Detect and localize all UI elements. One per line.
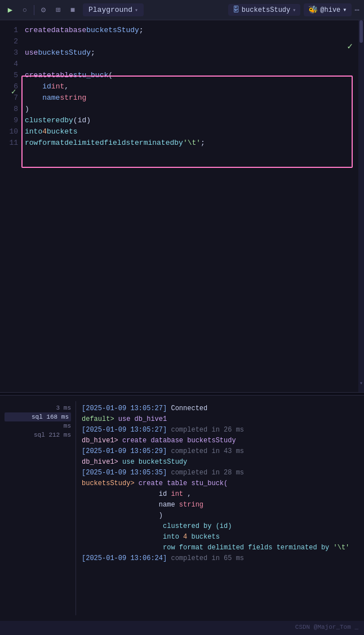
code-line-5: create table stu_buck (	[23, 70, 364, 81]
scroll-thumb	[359, 20, 363, 43]
grid-icon[interactable]: ⊞	[52, 5, 64, 16]
terminal-line-14: row format delimited fields terminated b…	[82, 543, 358, 553]
t-tab-str: '\t'	[333, 544, 349, 552]
code-line-7: name string	[23, 92, 364, 104]
sidebar-item-2[interactable]: sql 168 ms	[5, 412, 71, 421]
sidebar-item-1[interactable]: 3 ms	[5, 403, 71, 412]
user-selector[interactable]: 🐝 @hive ▾	[304, 3, 351, 16]
terminal-output: [2025-01-09 13:05:27] Connected default>…	[76, 401, 364, 615]
terminal-line-1: [2025-01-09 13:05:27] Connected	[82, 403, 358, 414]
prompt-db-hive1-2: db_hive1>	[82, 458, 122, 466]
t-type-int: int	[171, 490, 183, 498]
msg-connected: Connected	[171, 405, 207, 412]
timestamp-5: [2025-01-09 13:06:24]	[82, 554, 167, 562]
db-chevron-icon: ▾	[292, 7, 296, 14]
code-line-8: )	[23, 104, 364, 115]
keyword-terminated: terminated	[130, 137, 174, 149]
terminal-line-7: [2025-01-09 13:05:35] completed in 28 ms	[82, 468, 358, 478]
terminal-line-6: db_hive1> use bucketsStudy	[82, 457, 358, 468]
timestamp-4: [2025-01-09 13:05:35]	[82, 469, 167, 477]
separator-1	[34, 5, 34, 15]
t-clustered	[82, 522, 159, 530]
database-icon: 🗄	[233, 6, 239, 14]
cmd-use-buckets: use bucketsStudy	[122, 458, 187, 466]
terminal-line-3: [2025-01-09 13:05:27] completed in 26 ms	[82, 425, 358, 436]
keyword-use: use	[25, 47, 38, 59]
database-name: bucketsStudy	[242, 6, 290, 14]
comma-6: ,	[64, 81, 69, 92]
db-name-use: bucketsStudy	[38, 47, 91, 59]
history-icon[interactable]: ○	[19, 5, 30, 16]
complete-2: completed in 43 ms	[171, 447, 244, 455]
prompt-default: default>	[82, 415, 118, 423]
sidebar-item-3[interactable]: ms	[5, 421, 71, 430]
terminal-line-4: db_hive1> create database bucketsStudy	[82, 436, 358, 446]
line-num-9: 9	[0, 115, 18, 126]
terminal-line-9: id int ,	[82, 489, 358, 500]
semicolon-11: ;	[201, 137, 205, 149]
code-line-4	[23, 59, 364, 70]
terminal-line-12: clustered by (id)	[82, 521, 358, 532]
complete-4: completed in 65 ms	[171, 554, 244, 562]
tab-chevron-icon: ▾	[135, 7, 138, 14]
prompt-buckets: bucketsStudy>	[82, 479, 139, 487]
play-icon[interactable]: ▶	[5, 5, 16, 16]
keyword-format: format	[38, 137, 64, 149]
line-num-3: 3	[0, 47, 18, 59]
user-name: @hive	[320, 6, 340, 14]
keyword-fields: fields	[104, 137, 130, 149]
keyword-table: table	[51, 70, 73, 81]
complete-1: completed in 26 ms	[171, 426, 244, 434]
code-editor[interactable]: create database bucketsStudy ; use bucke…	[23, 20, 364, 392]
t-clustered-kw: clustered by (id)	[163, 522, 232, 530]
user-chevron-icon: ▾	[343, 6, 347, 14]
code-line-10: into 4 buckets	[23, 126, 364, 137]
code-line-11: row format delimited fields terminated b…	[23, 137, 364, 149]
code-line-1: create database bucketsStudy ;	[23, 25, 364, 36]
playground-tab-label: Playground	[88, 6, 132, 14]
terminal-sidebar: 3 ms sql 168 ms ms sql 212 ms	[0, 401, 76, 615]
terminal-line-15: [2025-01-09 13:06:24] completed in 65 ms	[82, 553, 358, 564]
toolbar-right: 🗄 bucketsStudy ▾ 🐝 @hive ▾ ⋯	[228, 3, 359, 16]
timestamp-1: [2025-01-09 13:05:27]	[82, 405, 167, 412]
complete-3: completed in 28 ms	[171, 469, 244, 477]
line-num-4: 4	[0, 59, 18, 70]
playground-tab[interactable]: Playground ▾	[83, 3, 144, 16]
indent-field-id: id	[82, 490, 171, 498]
code-line-2	[23, 36, 364, 47]
toolbar: ▶ ○ ⚙ ⊞ ■ Playground ▾ 🗄 bucketsStudy ▾ …	[0, 0, 364, 20]
cmd-create-db: create database bucketsStudy	[122, 437, 236, 445]
line-num-8: 8	[0, 104, 18, 115]
line-num-5: 5	[0, 70, 18, 81]
line-num-1: 1	[0, 25, 18, 36]
editor-area[interactable]: ✓ ✓ 1 2 3 4 5 6 7 8 9 10 11 create datab…	[0, 20, 364, 392]
scroll-down-icon[interactable]: ▾	[359, 380, 363, 387]
table-name: stu_buck	[73, 70, 108, 81]
t-paren-close: )	[82, 512, 163, 519]
type-string: string	[60, 92, 86, 104]
terminal-line-13: into 4 buckets	[82, 532, 358, 543]
str-tab: '\t'	[183, 137, 201, 149]
scrollbar[interactable]: ▾	[358, 20, 364, 392]
semicolon-2: ;	[91, 47, 95, 59]
toolbar-left-icons: ▶ ○ ⚙ ⊞ ■	[5, 5, 78, 16]
watermark: CSDN @Major_Tom _	[295, 624, 358, 630]
stop-icon[interactable]: ■	[67, 5, 78, 16]
field-name: name	[42, 92, 60, 104]
code-line-6: id int ,	[23, 81, 364, 92]
terminal-line-2: default> use db_hive1	[82, 414, 358, 425]
settings-icon[interactable]: ⚙	[38, 5, 49, 16]
indent-6	[25, 81, 42, 92]
t-into	[82, 533, 159, 541]
line-num-11: 11	[0, 137, 18, 149]
indent-field-name: name	[82, 501, 179, 509]
sidebar-item-4[interactable]: sql 212 ms	[5, 430, 71, 439]
expand-button[interactable]: ⋯	[355, 5, 359, 15]
paren-close-8: )	[25, 104, 29, 115]
selection-check-icon: ✓	[11, 87, 16, 96]
line-num-2: 2	[0, 36, 18, 47]
code-line-3: use bucketsStudy ;	[23, 47, 364, 59]
database-selector[interactable]: 🗄 bucketsStudy ▾	[228, 4, 300, 16]
terminal-line-11: )	[82, 510, 358, 521]
hive-icon: 🐝	[308, 5, 318, 15]
